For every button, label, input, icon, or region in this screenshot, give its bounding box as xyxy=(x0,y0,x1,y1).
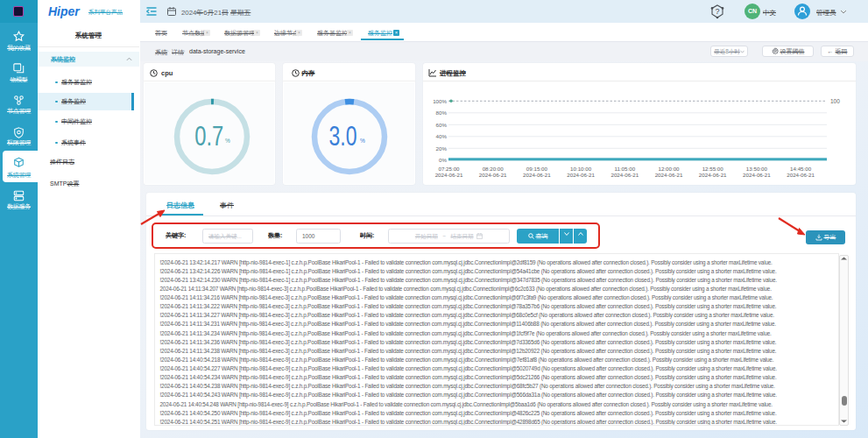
svg-text:2024-06-21: 2024-06-21 xyxy=(743,172,771,178)
svg-text:%: % xyxy=(360,138,365,144)
svg-text:0.7: 0.7 xyxy=(194,121,223,152)
svg-text:2024-06-21: 2024-06-21 xyxy=(787,172,815,178)
svg-text:80%: 80% xyxy=(436,110,448,116)
svg-text:60%: 60% xyxy=(436,122,448,128)
svg-text:2024-06-21: 2024-06-21 xyxy=(435,172,463,178)
svg-text:40%: 40% xyxy=(436,133,448,139)
svg-text:0%: 0% xyxy=(439,157,447,163)
svg-text:2024-06-21: 2024-06-21 xyxy=(655,172,683,178)
svg-text:2024-06-21: 2024-06-21 xyxy=(699,172,727,178)
svg-text:100: 100 xyxy=(830,98,840,104)
svg-text:100%: 100% xyxy=(433,98,447,104)
svg-text:2024-06-21: 2024-06-21 xyxy=(479,172,507,178)
svg-text:2024-06-21: 2024-06-21 xyxy=(523,172,551,178)
svg-text:20%: 20% xyxy=(436,145,448,152)
svg-text:2024-06-21: 2024-06-21 xyxy=(610,172,639,178)
svg-text:3.0: 3.0 xyxy=(329,121,357,152)
svg-text:%: % xyxy=(225,138,230,144)
svg-text:?: ? xyxy=(715,7,719,16)
svg-text:2024-06-21: 2024-06-21 xyxy=(567,172,595,178)
